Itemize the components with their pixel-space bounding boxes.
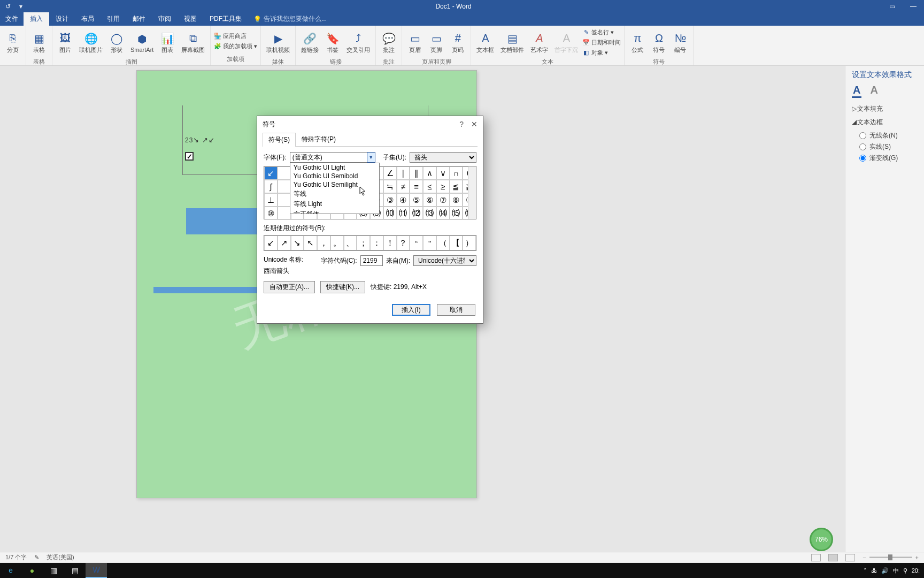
tray-time[interactable]: 20:: [912, 567, 920, 574]
font-select[interactable]: (普通文本) ▼ Yu Gothic UI Light Yu Gothic UI…: [290, 152, 375, 163]
app-icon-1[interactable]: ●: [21, 563, 43, 578]
symbol-cell[interactable]: ⒂: [450, 207, 463, 219]
autocorrect-button[interactable]: 自动更正(A)...: [264, 281, 315, 293]
my-addins-button[interactable]: 🧩我的加载项 ▾: [214, 41, 257, 51]
blue-rect-2[interactable]: [153, 287, 271, 293]
smartart-button[interactable]: ⬢SmartArt: [128, 27, 156, 58]
recent-symbol-cell[interactable]: ↙: [264, 235, 278, 250]
subset-select[interactable]: 箭头: [410, 152, 476, 163]
recent-symbol-cell[interactable]: ↗: [278, 235, 291, 250]
qat-dropdown-icon[interactable]: ▾: [16, 2, 26, 11]
table-button[interactable]: ▦表格: [29, 27, 49, 58]
symbol-cell[interactable]: ≠: [397, 180, 410, 193]
quickparts-button[interactable]: ▤文档部件: [498, 27, 526, 58]
wordart-button[interactable]: A艺术字: [528, 27, 550, 58]
app-icon-3[interactable]: ▤: [64, 563, 86, 578]
blue-rect-1[interactable]: [186, 208, 264, 234]
comment-button[interactable]: 💬批注: [379, 27, 398, 58]
tray-volume-icon[interactable]: 🔊: [881, 567, 889, 574]
symbol-cell[interactable]: [278, 180, 291, 193]
text-effects-tab-icon[interactable]: A: [869, 84, 879, 98]
tab-view[interactable]: 视图: [178, 12, 203, 26]
app-icon-2[interactable]: ▥: [43, 563, 64, 578]
symbol-cell[interactable]: ≡: [410, 180, 423, 193]
symbol-cell[interactable]: ⒁: [436, 207, 450, 219]
number-button[interactable]: №编号: [671, 27, 690, 58]
font-option[interactable]: Yu Gothic UI Semilight: [290, 180, 379, 189]
page-number-button[interactable]: #页码: [448, 27, 467, 58]
header-button[interactable]: ▭页眉: [405, 27, 425, 58]
symbol-cell[interactable]: ∠: [383, 166, 397, 180]
recent-symbol-cell[interactable]: ；: [357, 235, 370, 250]
footer-button[interactable]: ▭页脚: [427, 27, 446, 58]
font-option[interactable]: Yu Gothic UI Semibold: [290, 172, 379, 180]
minimize-icon[interactable]: —: [903, 0, 924, 12]
text-fill-tab-icon[interactable]: A: [852, 84, 861, 98]
font-option[interactable]: 等线: [290, 189, 379, 199]
recent-symbol-cell[interactable]: （: [436, 235, 450, 250]
tray-chevron-icon[interactable]: ˄: [864, 567, 867, 574]
tab-review[interactable]: 审阅: [152, 12, 178, 26]
font-option[interactable]: Yu Gothic UI Light: [290, 163, 379, 172]
shapes-button[interactable]: ◯形状: [107, 27, 126, 58]
tray-network-icon[interactable]: 🖧: [871, 567, 877, 574]
tab-design[interactable]: 设计: [49, 12, 75, 26]
dropcap-button[interactable]: A首字下沉: [552, 27, 580, 58]
symbol-cell[interactable]: [278, 166, 291, 180]
chevron-down-icon[interactable]: ▼: [367, 152, 375, 163]
cross-ref-button[interactable]: ⤴交叉引用: [344, 27, 372, 58]
symbol-cell[interactable]: [278, 207, 291, 219]
recent-symbol-cell[interactable]: ，: [317, 235, 330, 250]
shortcut-button[interactable]: 快捷键(K)...: [320, 281, 365, 293]
language[interactable]: 英语(美国): [47, 553, 74, 561]
font-option[interactable]: 方正舒体: [290, 209, 379, 214]
cancel-button[interactable]: 取消: [437, 304, 475, 316]
proof-icon[interactable]: ✎: [34, 554, 39, 561]
symbol-cell[interactable]: ⑦: [436, 193, 450, 207]
section-text-outline[interactable]: ◢文本边框: [852, 118, 918, 127]
symbol-cell[interactable]: ≥: [436, 180, 450, 193]
recent-symbol-cell[interactable]: ！: [383, 235, 397, 250]
recent-symbol-cell[interactable]: ？: [397, 235, 410, 250]
symbol-cell[interactable]: ↙: [264, 166, 278, 180]
object-button[interactable]: ◧对象 ▾: [582, 48, 621, 57]
symbol-cell[interactable]: ⑤: [410, 193, 423, 207]
recent-symbol-cell[interactable]: 【: [450, 235, 463, 250]
symbol-cell[interactable]: ⑩: [264, 207, 278, 219]
help-icon[interactable]: ?: [459, 120, 464, 128]
symbol-cell[interactable]: ③: [383, 193, 397, 207]
recent-symbol-cell[interactable]: ：: [370, 235, 383, 250]
symbol-cell[interactable]: ∣: [397, 166, 410, 180]
textbox-button[interactable]: A文本框: [474, 27, 496, 58]
recent-symbol-cell[interactable]: 、: [344, 235, 357, 250]
web-layout-icon[interactable]: [845, 554, 855, 561]
hyperlink-button[interactable]: 🔗超链接: [299, 27, 321, 58]
dialog-titlebar[interactable]: 符号 ? ✕: [257, 116, 483, 132]
char-code-input[interactable]: [360, 255, 383, 266]
symbol-cell[interactable]: ∫: [264, 180, 278, 193]
tab-symbols[interactable]: 符号(S): [263, 133, 296, 147]
zoom-slider[interactable]: [869, 557, 912, 558]
page-count[interactable]: 1/7 个字: [5, 553, 27, 561]
zoom-out-icon[interactable]: −: [863, 554, 866, 561]
symbol-cell[interactable]: ∧: [423, 166, 436, 180]
recent-symbol-cell[interactable]: ↖: [304, 235, 317, 250]
checkbox-shape[interactable]: ✓: [185, 152, 194, 161]
tab-insert[interactable]: 插入: [24, 12, 49, 26]
tell-me[interactable]: 💡告诉我您想要做什么...: [248, 12, 332, 26]
online-pictures-button[interactable]: 🌐联机图片: [77, 27, 105, 58]
tray-ime-icon[interactable]: 中: [893, 567, 899, 575]
close-icon[interactable]: ✕: [471, 120, 478, 128]
ribbon-options-icon[interactable]: ▭: [881, 0, 903, 12]
symbol-cell[interactable]: ∨: [436, 166, 450, 180]
pictures-button[interactable]: 🖼图片: [56, 27, 75, 58]
store-button[interactable]: 🏪应用商店: [214, 31, 257, 41]
chart-button[interactable]: 📊图表: [158, 27, 177, 58]
radio-solid-line[interactable]: 实线(S): [859, 142, 918, 151]
word-taskbar-icon[interactable]: W: [86, 563, 107, 578]
symbol-cell[interactable]: ∩: [450, 166, 463, 180]
symbol-cell[interactable]: ≤: [423, 180, 436, 193]
symbol-cell[interactable]: ⑥: [423, 193, 436, 207]
undo-icon[interactable]: ↺: [3, 2, 13, 11]
symbol-cell[interactable]: ⒀: [423, 207, 436, 219]
